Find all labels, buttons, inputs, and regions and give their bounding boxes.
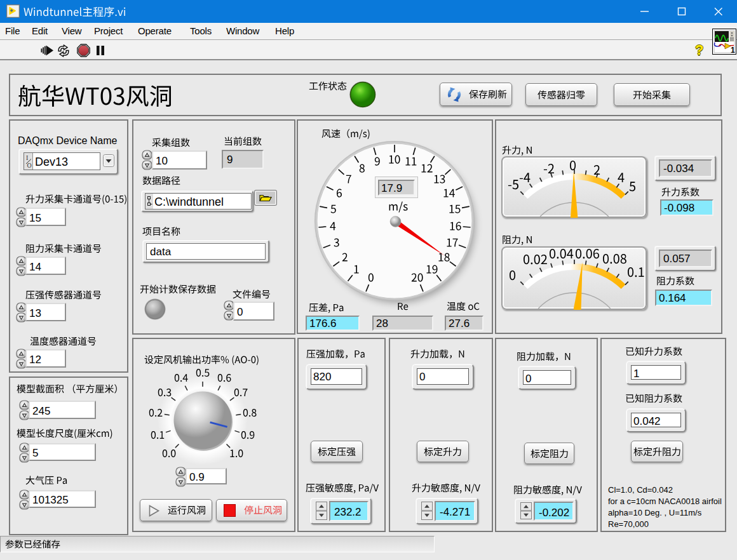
svg-text:1: 1 bbox=[731, 46, 735, 55]
svg-text:O: O bbox=[27, 162, 32, 169]
svg-text:I: I bbox=[26, 154, 28, 161]
